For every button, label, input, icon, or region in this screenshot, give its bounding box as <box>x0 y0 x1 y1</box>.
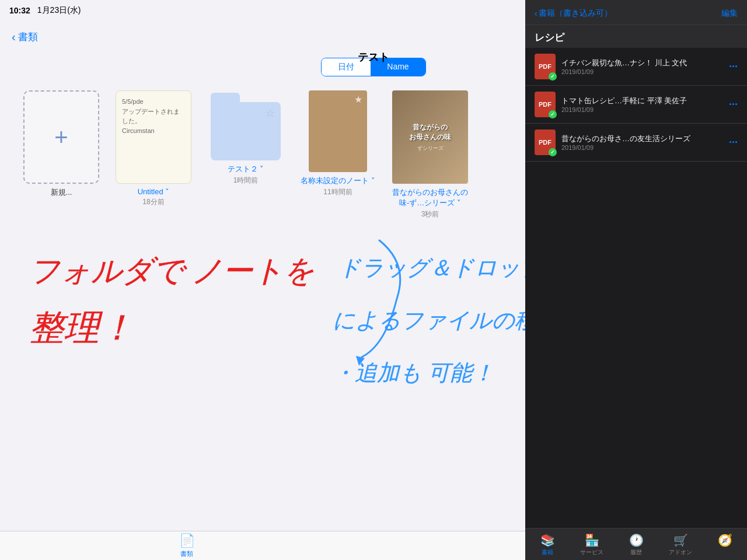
notebook-time: 11時間前 <box>323 187 352 197</box>
new-note-label: 新規... <box>51 187 72 198</box>
notebook-item[interactable]: ★ 名称未設定のノート ˅ 11時間前 <box>300 90 376 197</box>
panel-back-label: 書籍（書き込み可） <box>539 8 612 19</box>
notebook-title: 名称未設定のノート ˅ <box>301 176 375 186</box>
book-more-button-2[interactable]: ··· <box>729 136 738 149</box>
folder-note-time: 1時間前 <box>233 176 259 186</box>
notebook-star-icon: ★ <box>354 94 362 105</box>
panel-edit-button[interactable]: 編集 <box>721 8 738 19</box>
book-note-title: 昔ながらのお母さんの味-ず…シリーズ ˅ <box>392 187 468 208</box>
book-date-0: 2019/01/09 <box>561 68 723 75</box>
book-more-button-1[interactable]: ··· <box>729 99 738 111</box>
svg-text:整理！: 整理！ <box>29 309 134 347</box>
paper-note-box: 5/5/pde アップデートされました。 Circumstan <box>116 90 191 184</box>
folder-tab <box>211 93 240 103</box>
pdf-icon-1: PDF ✓ <box>535 92 556 117</box>
panel-back-button[interactable]: ‹ 書籍（書き込み可） <box>535 8 612 19</box>
svg-text:・追加も 可能！: ・追加も 可能！ <box>333 360 494 385</box>
addon-tab-icon: 🛒 <box>673 533 688 547</box>
pdf-icon-2: PDF ✓ <box>535 130 556 155</box>
book-info-1: トマト缶レシピ…手軽に 平澤 美佐子 2019/01/09 <box>561 96 723 113</box>
new-note-box: + <box>23 90 99 184</box>
book-list-item[interactable]: PDF ✓ イチバン親切な魚…ナシ！ 川上 文代 2019/01/09 ··· <box>525 48 747 86</box>
tab-documents[interactable]: 📄 書類 <box>179 533 195 558</box>
notebook-box: ★ <box>309 90 367 172</box>
pdf-icon-0: PDF ✓ <box>535 54 556 79</box>
folder-note-title: テスト２ ˅ <box>228 164 264 174</box>
panel-header: ‹ 書籍（書き込み可） 編集 <box>525 0 747 25</box>
svg-text:ドラッグ＆ドロップ: ドラッグ＆ドロップ <box>338 256 525 280</box>
panel-tab-history-label: 履歴 <box>630 548 642 556</box>
right-panel: ‹ 書籍（書き込み可） 編集 レシピ PDF ✓ イチバン親切な魚…ナシ！ 川上… <box>525 0 747 560</box>
book-info-2: 昔ながらのお母さ…の友生活シリーズ 2019/01/09 <box>561 134 723 151</box>
new-note-item[interactable]: + 新規... <box>23 90 99 198</box>
status-date: 1月23日(水) <box>37 5 81 16</box>
untitled-note-time: 18分前 <box>142 197 164 207</box>
panel-tab-addon-label: アドオン <box>669 548 692 556</box>
handwriting-svg: フォルダで ノートを 整理！ ドラッグ＆ドロップ によるファイルの移動 ・追加も… <box>0 229 525 560</box>
back-button[interactable]: ‹ 書類 <box>12 30 38 44</box>
pdf-check-2: ✓ <box>549 148 557 156</box>
panel-tab-store[interactable]: 🏪 サービス <box>570 532 614 558</box>
panel-tab-compass[interactable]: 🧭 <box>703 532 747 558</box>
history-tab-icon: 🕐 <box>629 533 644 547</box>
pdf-check-1: ✓ <box>549 110 557 118</box>
back-chevron-icon: ‹ <box>12 30 16 44</box>
tab-documents-label: 書類 <box>180 550 193 558</box>
plus-icon: + <box>54 124 68 150</box>
panel-section-title: レシピ <box>525 25 747 48</box>
book-more-button-0[interactable]: ··· <box>729 61 738 73</box>
folder-box: ☆ <box>208 90 284 160</box>
book-name-1: トマト缶レシピ…手軽に 平澤 美佐子 <box>561 96 723 106</box>
pdf-check-0: ✓ <box>549 72 557 80</box>
documents-tab-icon: 📄 <box>179 533 195 548</box>
status-time: 10:32 <box>9 6 30 15</box>
book-name-2: 昔ながらのお母さ…の友生活シリーズ <box>561 134 723 144</box>
panel-back-chevron-icon: ‹ <box>535 9 537 18</box>
svg-text:フォルダで ノートを: フォルダで ノートを <box>29 254 315 288</box>
book-list: PDF ✓ イチバン親切な魚…ナシ！ 川上 文代 2019/01/09 ··· … <box>525 48 747 528</box>
compass-tab-icon: 🧭 <box>718 533 732 547</box>
panel-tab-history[interactable]: 🕐 履歴 <box>614 532 658 558</box>
folder-note-item[interactable]: ☆ テスト２ ˅ 1時間前 <box>208 90 284 186</box>
panel-tab-books-label: 書籍 <box>542 548 553 556</box>
book-note-time: 3秒前 <box>421 209 439 219</box>
page-title: テスト <box>358 50 389 64</box>
book-box: 昔ながらのお母さんの味 ずシリーズ <box>392 90 468 184</box>
svg-text:によるファイルの移動: によるファイルの移動 <box>333 308 525 332</box>
svg-marker-2 <box>356 356 365 366</box>
book-list-item[interactable]: PDF ✓ 昔ながらのお母さ…の友生活シリーズ 2019/01/09 ··· <box>525 124 747 162</box>
untitled-note-item[interactable]: 5/5/pde アップデートされました。 Circumstan Untitled… <box>116 90 191 207</box>
back-label: 書類 <box>18 30 38 44</box>
panel-tab-store-label: サービス <box>580 548 603 556</box>
book-name-0: イチバン親切な魚…ナシ！ 川上 文代 <box>561 58 723 68</box>
books-tab-icon: 📚 <box>540 533 555 547</box>
book-note-item[interactable]: 昔ながらのお母さんの味 ずシリーズ 昔ながらのお母さんの味-ず…シリーズ ˅ 3… <box>392 90 468 219</box>
folder-star-icon: ☆ <box>266 107 275 120</box>
book-cover: 昔ながらのお母さんの味 ずシリーズ <box>392 90 468 184</box>
book-info-0: イチバン親切な魚…ナシ！ 川上 文代 2019/01/09 <box>561 58 723 75</box>
book-list-item[interactable]: PDF ✓ トマト缶レシピ…手軽に 平澤 美佐子 2019/01/09 ··· <box>525 86 747 124</box>
folder-body: ☆ <box>211 102 281 160</box>
store-tab-icon: 🏪 <box>585 533 599 547</box>
panel-tab-addon[interactable]: 🛒 アドオン <box>658 532 703 558</box>
book-date-1: 2019/01/09 <box>561 106 723 113</box>
book-date-2: 2019/01/09 <box>561 144 723 151</box>
untitled-note-title: Untitled ˅ <box>138 187 170 196</box>
panel-tab-bar: 📚 書籍 🏪 サービス 🕐 履歴 🛒 アドオン 🧭 <box>525 528 747 560</box>
panel-tab-books[interactable]: 📚 書籍 <box>525 532 570 558</box>
